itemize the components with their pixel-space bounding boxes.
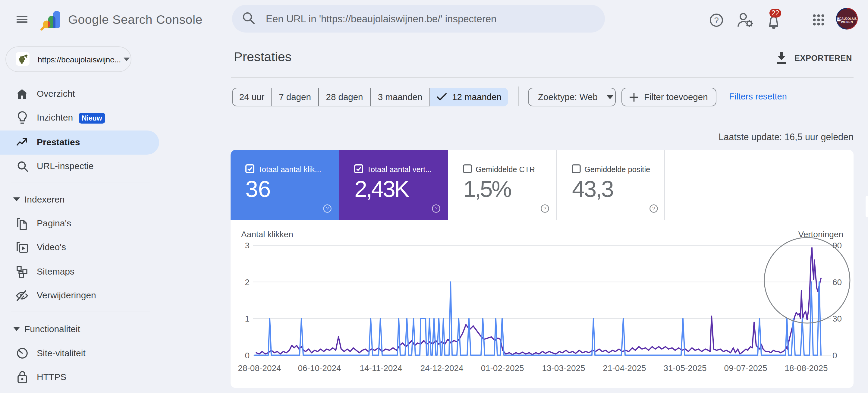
svg-text:?: ? xyxy=(544,206,546,212)
svg-text:3: 3 xyxy=(245,241,250,250)
svg-text:60: 60 xyxy=(832,278,842,287)
svg-text:09-07-2025: 09-07-2025 xyxy=(724,363,767,373)
svg-text:?: ? xyxy=(326,206,329,212)
svg-text:?: ? xyxy=(714,16,719,25)
svg-text:Aantal klikken: Aantal klikken xyxy=(241,230,293,239)
svg-text:21-04-2025: 21-04-2025 xyxy=(603,363,646,373)
svg-text:?: ? xyxy=(435,206,437,212)
svg-text:30: 30 xyxy=(832,314,842,323)
svg-text:0: 0 xyxy=(832,351,837,360)
svg-text:?: ? xyxy=(652,206,655,212)
svg-text:06-10-2024: 06-10-2024 xyxy=(298,363,341,373)
svg-text:2: 2 xyxy=(245,278,250,287)
svg-text:90: 90 xyxy=(832,241,842,250)
svg-text:18-08-2025: 18-08-2025 xyxy=(784,363,828,373)
svg-text:14-11-2024: 14-11-2024 xyxy=(360,363,402,373)
svg-text:1: 1 xyxy=(245,314,250,323)
svg-text:13-03-2025: 13-03-2025 xyxy=(542,363,585,373)
svg-text:01-02-2025: 01-02-2025 xyxy=(481,363,524,373)
svg-text:0: 0 xyxy=(245,351,250,360)
svg-text:24-12-2024: 24-12-2024 xyxy=(420,363,463,373)
svg-text:31-05-2025: 31-05-2025 xyxy=(663,363,707,373)
svg-text:28-08-2024: 28-08-2024 xyxy=(238,363,281,373)
